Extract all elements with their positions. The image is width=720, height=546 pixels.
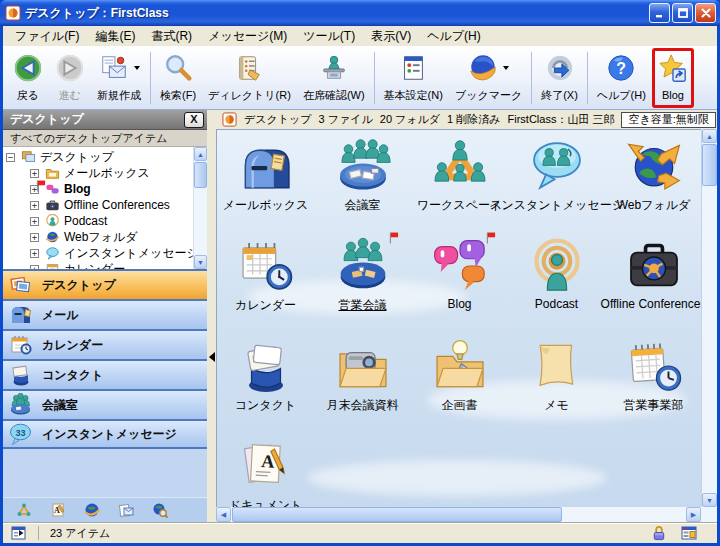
menu-item-3[interactable]: メッセージ(M) xyxy=(200,27,295,46)
desktop-item-11[interactable]: 月末会議資料 xyxy=(314,333,411,433)
menu-item-0[interactable]: ファイル(F) xyxy=(7,27,87,46)
expand-icon[interactable]: + xyxy=(30,233,39,242)
logoff-icon xyxy=(545,53,575,83)
view-panel-icon[interactable] xyxy=(681,525,697,541)
tree-scrollbar-track[interactable] xyxy=(194,189,207,255)
desktop-item-2[interactable]: ワークスペース xyxy=(411,133,508,233)
desktop-item-label: 企画書 xyxy=(442,397,478,414)
quick-document-icon[interactable]: A xyxy=(50,502,66,518)
file-count: 3 ファイル xyxy=(319,112,373,127)
secure-lock-icon xyxy=(651,525,667,541)
desktop-item-12[interactable]: 企画書 xyxy=(411,333,508,433)
maximize-button[interactable] xyxy=(672,3,693,23)
menu-item-6[interactable]: ヘルプ(H) xyxy=(419,27,489,46)
tree-scrollbar[interactable]: ▲ ▼ xyxy=(193,147,207,269)
deleted-count: 1 削除済み xyxy=(447,112,500,127)
scroll-left-icon[interactable]: ◀ xyxy=(216,507,231,522)
desktop-item-label: メモ xyxy=(544,397,569,414)
menu-item-5[interactable]: 表示(V) xyxy=(363,27,419,46)
desktop-item-5[interactable]: カレンダー xyxy=(217,233,314,333)
toolbar-blog-button[interactable]: Blog xyxy=(652,48,694,108)
status-bar: 23 アイテム xyxy=(3,522,717,543)
toggle-sidebar-icon[interactable] xyxy=(11,525,27,541)
desktop-item-13[interactable]: メモ xyxy=(508,333,605,433)
toolbar-preferences-button[interactable]: 基本設定(N) xyxy=(378,48,449,108)
desktop-item-0[interactable]: メールボックス xyxy=(217,133,314,233)
quick-web-search-icon[interactable] xyxy=(152,502,168,518)
expand-icon[interactable]: + xyxy=(30,201,39,210)
quick-web-folder-icon[interactable] xyxy=(84,502,100,518)
desktop-item-8[interactable]: Podcast xyxy=(508,233,605,333)
tree-item-2[interactable]: +Blog xyxy=(3,181,193,197)
nav-desktop-icon xyxy=(9,273,33,297)
desktop-item-9[interactable]: Offline Conferences xyxy=(605,233,701,333)
desktop-item-10[interactable]: コンタクト xyxy=(217,333,314,433)
expand-icon[interactable]: + xyxy=(30,169,39,178)
tree-item-6[interactable]: +インスタントメッセージ xyxy=(3,245,193,261)
toolbar-presence-button[interactable]: 在席確認(W) xyxy=(297,48,371,108)
main-horizontal-scrollbar[interactable]: ◀ ▶ xyxy=(216,507,701,522)
toolbar-back-button[interactable]: 戻る xyxy=(7,48,49,108)
sidebar-nav-mail[interactable]: メール xyxy=(3,299,207,329)
toolbar-forward-button[interactable]: 進む xyxy=(49,48,91,108)
sidebar-nav-desktop[interactable]: デスクトップ xyxy=(3,269,207,299)
sidebar-splitter[interactable] xyxy=(207,110,216,522)
desktop-item-15[interactable]: Aドキュメント xyxy=(217,433,314,507)
desktop-item-3[interactable]: インスタントメッセージ xyxy=(508,133,605,233)
scroll-up-icon[interactable]: ▲ xyxy=(194,147,207,161)
collapse-sidebar-icon[interactable] xyxy=(209,352,215,362)
close-button[interactable] xyxy=(695,3,716,23)
collapse-icon[interactable]: − xyxy=(6,153,15,162)
toolbar-help-button[interactable]: ?ヘルプ(H) xyxy=(591,48,652,108)
menu-item-1[interactable]: 編集(E) xyxy=(87,27,143,46)
tree-item-5[interactable]: +Webフォルダ xyxy=(3,229,193,245)
main-hscroll-thumb[interactable] xyxy=(232,507,562,522)
nav-label: 会議室 xyxy=(42,397,78,414)
expand-icon[interactable]: + xyxy=(30,249,39,258)
menu-item-4[interactable]: ツール(T) xyxy=(295,27,363,46)
desktop-item-4[interactable]: Webフォルダ xyxy=(605,133,701,233)
panel-close-button[interactable]: X xyxy=(184,112,204,128)
desktop-item-label: 営業会議 xyxy=(339,297,387,314)
tree-item-3[interactable]: +Offline Conferences xyxy=(3,197,193,213)
main-vertical-scrollbar[interactable]: ▲ ▼ xyxy=(701,129,717,507)
quick-workspace-icon[interactable] xyxy=(16,502,32,518)
tree-item-7[interactable]: +カレンダー xyxy=(3,261,193,269)
main-vscroll-track[interactable] xyxy=(702,187,717,493)
firstclass-window: デスクトップ：FirstClass ファイル(F)編集(E)書式(R)メッセージ… xyxy=(0,0,720,546)
expand-icon[interactable]: + xyxy=(30,217,39,226)
desktop-item-6[interactable]: 営業会議 xyxy=(314,233,411,333)
toolbar-logoff-button[interactable]: 終了(X) xyxy=(535,48,584,108)
dropdown-caret-icon[interactable] xyxy=(503,66,509,70)
desktop-item-1[interactable]: 会議室 xyxy=(314,133,411,233)
podcast-icon xyxy=(528,237,586,295)
tree-item-1[interactable]: +メールボックス xyxy=(3,165,193,181)
nav-label: コンタクト xyxy=(42,367,103,384)
tree-item-4[interactable]: +Podcast xyxy=(3,213,193,229)
flag-icon xyxy=(486,232,496,244)
main-hscroll-track[interactable] xyxy=(563,507,686,522)
tree-item-label: Offline Conferences xyxy=(64,198,170,212)
dropdown-caret-icon[interactable] xyxy=(134,66,140,70)
sidebar-nav-calendar[interactable]: カレンダー xyxy=(3,329,207,359)
desktop-item-7[interactable]: Blog xyxy=(411,233,508,333)
minimize-button[interactable] xyxy=(649,3,670,23)
desktop-item-label: 月末会議資料 xyxy=(327,397,399,414)
scroll-down-icon[interactable]: ▼ xyxy=(194,255,207,269)
toolbar-bookmarks-button[interactable]: ブックマーク xyxy=(449,48,528,108)
scroll-down-icon[interactable]: ▼ xyxy=(702,493,717,507)
scroll-up-icon[interactable]: ▲ xyxy=(702,129,717,143)
toolbar-directory-button[interactable]: ディレクトリ(R) xyxy=(202,48,297,108)
sidebar-nav-contacts[interactable]: コンタクト xyxy=(3,359,207,389)
toolbar-new-message-button[interactable]: 新規作成 xyxy=(91,48,147,108)
main-vscroll-thumb[interactable] xyxy=(702,144,717,186)
quick-news-icon[interactable] xyxy=(118,502,134,518)
sidebar-nav-conferences[interactable]: 会議室 xyxy=(3,389,207,419)
tree-item-0[interactable]: −デスクトップ xyxy=(3,149,193,165)
tree-scrollbar-thumb[interactable] xyxy=(194,162,207,188)
scroll-right-icon[interactable]: ▶ xyxy=(686,507,701,522)
toolbar-search-button[interactable]: 検索(F) xyxy=(154,48,202,108)
menu-item-2[interactable]: 書式(R) xyxy=(143,27,200,46)
sidebar-nav-instant-messages[interactable]: 33インスタントメッセージ xyxy=(3,419,207,449)
desktop-item-14[interactable]: 営業事業部 xyxy=(605,333,701,433)
